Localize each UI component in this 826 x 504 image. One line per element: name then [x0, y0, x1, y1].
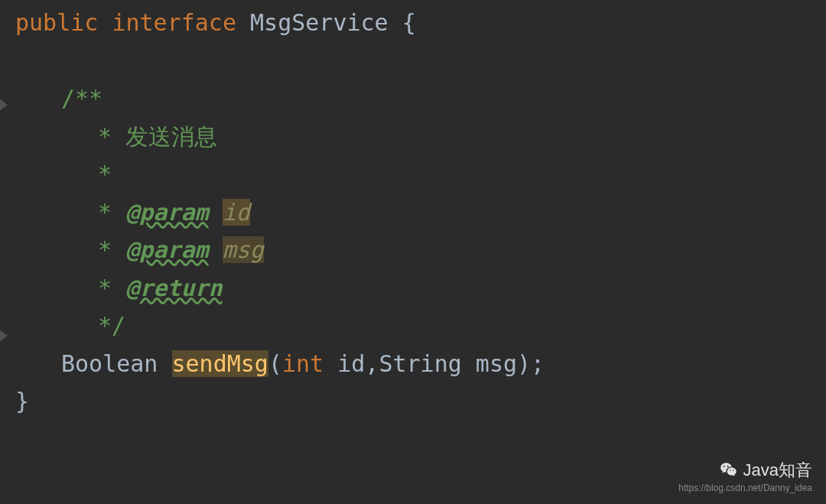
blank-line	[15, 42, 826, 80]
doctag-param: @param	[125, 236, 208, 263]
brace-close: }	[15, 382, 826, 421]
brace-open: {	[389, 9, 416, 36]
keyword-public: public	[15, 9, 98, 36]
doc-empty: *	[15, 155, 826, 193]
class-name: MsgService	[250, 9, 389, 36]
param-msg: msg	[223, 236, 264, 263]
doc-close: */	[15, 307, 826, 345]
watermark: Java知音 https://blog.csdn.net/Danny_idea	[678, 459, 812, 493]
doctag-param: @param	[125, 199, 208, 226]
type-string: String	[379, 350, 461, 377]
watermark-title: Java知音	[743, 459, 812, 482]
watermark-top: Java知音	[678, 459, 812, 482]
doctag-return: @return	[125, 275, 222, 301]
param-id: id	[223, 199, 250, 226]
keyword-int: int	[282, 350, 324, 377]
watermark-url: https://blog.csdn.net/Danny_idea	[678, 483, 812, 493]
code-line: public interface MsgService {	[15, 4, 826, 42]
doc-param: * @param id	[15, 193, 826, 232]
code-editor[interactable]: public interface MsgService { /** * 发送消息…	[0, 4, 826, 421]
doc-return: * @return	[15, 269, 826, 307]
doc-open: /**	[15, 80, 826, 118]
method-name: sendMsg	[172, 350, 268, 377]
doc-desc: * 发送消息	[15, 118, 826, 156]
method-line: Boolean sendMsg(int id,String msg);	[15, 345, 826, 383]
return-type: Boolean	[61, 350, 172, 377]
keyword-interface: interface	[112, 9, 236, 36]
doc-param: * @param msg	[15, 231, 826, 269]
wechat-icon	[719, 460, 739, 480]
